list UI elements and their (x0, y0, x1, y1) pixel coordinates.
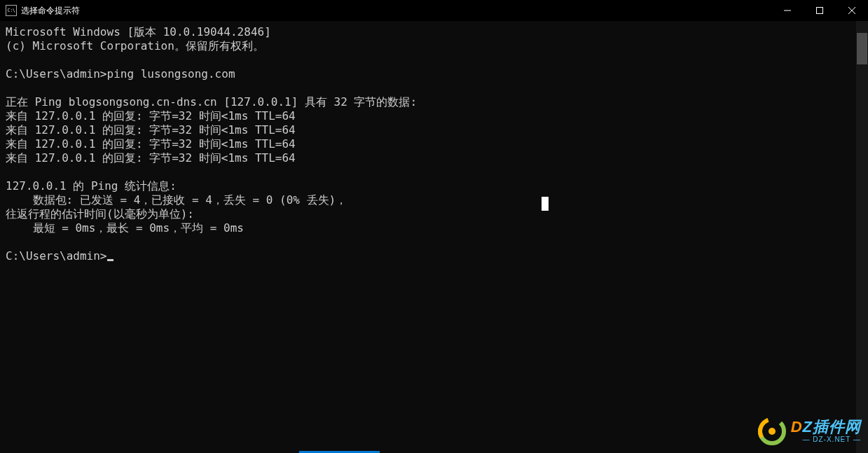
scroll-thumb[interactable] (857, 33, 867, 64)
terminal-line: 来自 127.0.0.1 的回复: 字节=32 时间<1ms TTL=64 (6, 109, 850, 123)
maximize-button[interactable] (804, 0, 836, 21)
terminal-output[interactable]: Microsoft Windows [版本 10.0.19044.2846](c… (0, 21, 856, 453)
window-controls (771, 0, 868, 21)
terminal-line: 数据包: 已发送 = 4，已接收 = 4，丢失 = 0 (0% 丢失)， (6, 193, 850, 207)
terminal-line: 来自 127.0.0.1 的回复: 字节=32 时间<1ms TTL=64 (6, 123, 850, 137)
terminal-line: C:\Users\admin>ping lusongsong.com (6, 67, 850, 81)
terminal-line: 来自 127.0.0.1 的回复: 字节=32 时间<1ms TTL=64 (6, 137, 850, 151)
titlebar[interactable]: C:\ 选择命令提示符 (0, 0, 868, 21)
terminal-line: 来自 127.0.0.1 的回复: 字节=32 时间<1ms TTL=64 (6, 151, 850, 165)
minimize-button[interactable] (771, 0, 804, 21)
selection-block (542, 197, 549, 211)
terminal-line: 最短 = 0ms，最长 = 0ms，平均 = 0ms (6, 221, 850, 235)
cursor (107, 259, 113, 261)
terminal-line: Microsoft Windows [版本 10.0.19044.2846] (6, 25, 850, 39)
terminal-prompt[interactable]: C:\Users\admin> (6, 249, 850, 263)
cmd-window: C:\ 选择命令提示符 Microsoft Windows [版本 10.0.1… (0, 0, 868, 453)
window-title: 选择命令提示符 (21, 5, 80, 17)
cmd-icon: C:\ (6, 5, 17, 16)
terminal-line: 正在 Ping blogsongsong.cn-dns.cn [127.0.0.… (6, 95, 850, 109)
vertical-scrollbar[interactable] (856, 21, 868, 453)
terminal-line: 往返行程的估计时间(以毫秒为单位): (6, 207, 850, 221)
terminal-line: (c) Microsoft Corporation。保留所有权利。 (6, 39, 850, 53)
terminal-line (6, 165, 850, 179)
svg-rect-1 (817, 8, 823, 14)
close-icon (848, 7, 855, 14)
terminal-line: 127.0.0.1 的 Ping 统计信息: (6, 179, 850, 193)
terminal-line (6, 53, 850, 67)
minimize-icon (784, 7, 791, 14)
terminal-line (6, 81, 850, 95)
maximize-icon (816, 7, 823, 14)
client-area: Microsoft Windows [版本 10.0.19044.2846](c… (0, 21, 868, 453)
terminal-line (6, 235, 850, 249)
close-button[interactable] (836, 0, 868, 21)
